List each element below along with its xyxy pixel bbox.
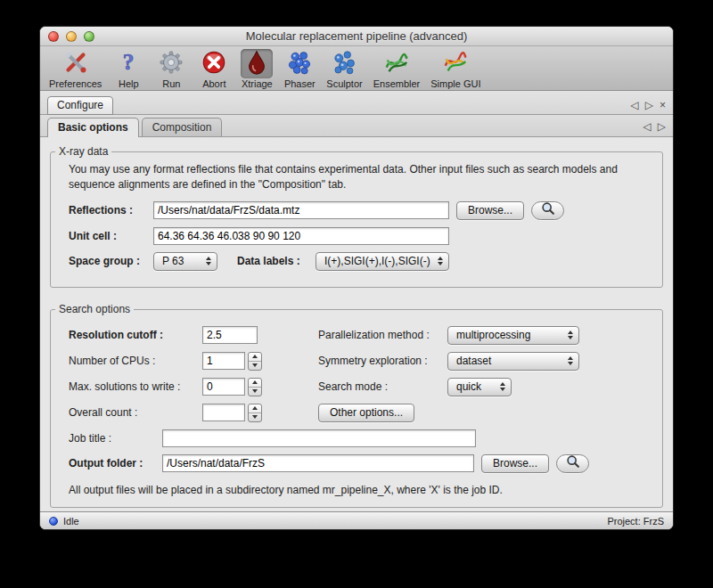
title-bar[interactable]: Molecular replacement pipeline (advanced… (40, 27, 673, 46)
resolution-row: Resolution cutoff : Parallelization meth… (69, 326, 652, 345)
overall-count-row: Overall count : Other options... (69, 404, 652, 422)
sub-tab-strip: Basic options Composition ◁ ▷ (40, 115, 673, 137)
red-x-circle-icon (201, 49, 227, 79)
toolbar-label: Ensembler (373, 78, 421, 89)
parallelization-dropdown[interactable]: multiprocessing (447, 326, 579, 345)
space-group-value: P 63 (162, 255, 184, 267)
search-options-group: Search options Resolution cutoff : Paral… (50, 309, 663, 508)
subtab-nav-controls: ◁ ▷ (643, 120, 666, 136)
colorful-ribbon-icon (442, 49, 469, 79)
tab-configure[interactable]: Configure (47, 96, 113, 115)
tab-scroll-left-icon[interactable]: ◁ (631, 100, 639, 110)
app-window: Molecular replacement pipeline (advanced… (39, 26, 674, 530)
parallelization-value: multiprocessing (456, 329, 530, 341)
popup-arrows-icon (568, 356, 573, 365)
popup-arrows-icon (438, 257, 443, 265)
job-title-label: Job title : (69, 432, 162, 445)
overall-count-stepper (248, 404, 262, 422)
cpus-input[interactable] (202, 352, 245, 370)
stepper-down-button[interactable] (249, 388, 261, 396)
unit-cell-label: Unit cell : (69, 230, 153, 242)
stepper-up-button[interactable] (249, 353, 261, 362)
output-folder-input[interactable] (162, 454, 474, 472)
green-ribbon-icon (383, 49, 410, 79)
tab-nav-controls: ◁ ▷ × (631, 100, 666, 114)
window-title: Molecular replacement pipeline (advanced… (40, 29, 673, 43)
question-mark-icon: ? (115, 49, 142, 79)
other-options-button[interactable]: Other options... (318, 404, 414, 422)
toolbar-button-phaser[interactable]: Phaser (280, 49, 319, 89)
popup-arrows-icon (500, 382, 505, 391)
toolbar-button-xtriage[interactable]: Xtriage (237, 49, 276, 89)
toolbar-button-preferences[interactable]: Preferences (45, 49, 105, 89)
reflections-input[interactable] (153, 201, 449, 219)
max-solutions-input[interactable] (202, 378, 245, 396)
subtab-scroll-right-icon[interactable]: ▷ (658, 120, 666, 133)
toolbar-button-run[interactable]: Run (152, 49, 191, 89)
toolbar-label: Preferences (49, 78, 102, 89)
tab-basic-options[interactable]: Basic options (47, 118, 139, 137)
gear-icon (158, 49, 184, 79)
tab-scroll-right-icon[interactable]: ▷ (645, 100, 653, 110)
main-tab-strip: Configure ◁ ▷ × (40, 91, 673, 115)
parallelization-label: Parallelization method : (318, 329, 447, 341)
toolbar-label: Run (162, 78, 180, 89)
cpus-label: Number of CPUs : (69, 355, 202, 367)
basic-options-panel: X-ray data You may use any format reflec… (40, 137, 673, 511)
unit-cell-input[interactable] (153, 227, 449, 245)
status-text: Idle (63, 516, 79, 527)
cpus-row: Number of CPUs : Symmetry exploration : … (69, 352, 652, 371)
max-solutions-label: Max. solutions to write : (69, 380, 202, 393)
reflections-view-button[interactable] (531, 201, 564, 220)
data-labels-label: Data labels : (237, 255, 316, 267)
toolbar-button-simple-gui[interactable]: Simple GUI (427, 49, 484, 89)
resolution-cutoff-input[interactable] (202, 326, 258, 344)
output-folder-label: Output folder : (69, 457, 162, 470)
space-group-dropdown[interactable]: P 63 (153, 252, 217, 271)
toolbar-button-abort[interactable]: Abort (194, 49, 234, 89)
toolbar-button-sculptor[interactable]: Sculptor (323, 49, 365, 89)
magnifier-icon (565, 453, 581, 473)
overall-count-input[interactable] (202, 404, 245, 421)
subtab-scroll-left-icon[interactable]: ◁ (643, 120, 652, 133)
stepper-up-button[interactable] (249, 379, 261, 388)
data-labels-dropdown[interactable]: I(+),SIGI(+),I(-),SIGI(-) (316, 252, 449, 271)
symmetry-value: dataset (456, 355, 491, 367)
stepper-down-button[interactable] (249, 413, 261, 421)
status-indicator-icon (49, 517, 58, 526)
stepper-up-button[interactable] (249, 404, 261, 413)
toolbar-label: Abort (202, 78, 225, 89)
toolbar-label: Simple GUI (430, 78, 480, 89)
space-group-label: Space group : (69, 255, 153, 267)
stepper-down-button[interactable] (249, 362, 261, 370)
job-title-row: Job title : (69, 429, 652, 447)
toolbar-button-help[interactable]: ? Help (109, 49, 148, 89)
symmetry-dropdown[interactable]: dataset (447, 352, 579, 371)
reflections-row: Reflections : Browse... (69, 201, 652, 220)
magnifier-icon (540, 200, 556, 220)
crossed-tools-icon (62, 49, 89, 79)
search-mode-dropdown[interactable]: quick (447, 378, 512, 396)
search-mode-label: Search mode : (318, 380, 447, 393)
toolbar-label: Help (119, 78, 139, 89)
output-folder-row: Output folder : Browse... (69, 454, 652, 473)
symmetry-label: Symmetry exploration : (318, 355, 447, 367)
xray-group-title: X-ray data (55, 145, 111, 158)
search-group-title: Search options (55, 303, 134, 315)
xray-data-group: X-ray data You may use any format reflec… (50, 151, 663, 288)
resolution-cutoff-label: Resolution cutoff : (69, 329, 202, 341)
toolbar-button-ensembler[interactable]: Ensembler (370, 49, 424, 89)
status-bar: Idle Project: FrzS (40, 511, 673, 529)
popup-arrows-icon (568, 331, 573, 339)
cpus-stepper (248, 352, 262, 371)
job-title-input[interactable] (162, 429, 476, 447)
toolbar-label: Sculptor (326, 78, 362, 89)
tab-composition[interactable]: Composition (142, 118, 223, 136)
output-folder-browse-button[interactable]: Browse... (481, 454, 549, 473)
search-mode-value: quick (456, 380, 481, 393)
toolbar-label: Xtriage (242, 78, 273, 89)
tab-close-icon[interactable]: × (660, 100, 666, 110)
reflections-browse-button[interactable]: Browse... (456, 201, 524, 220)
max-solutions-stepper (248, 378, 262, 396)
output-folder-view-button[interactable] (556, 454, 589, 473)
